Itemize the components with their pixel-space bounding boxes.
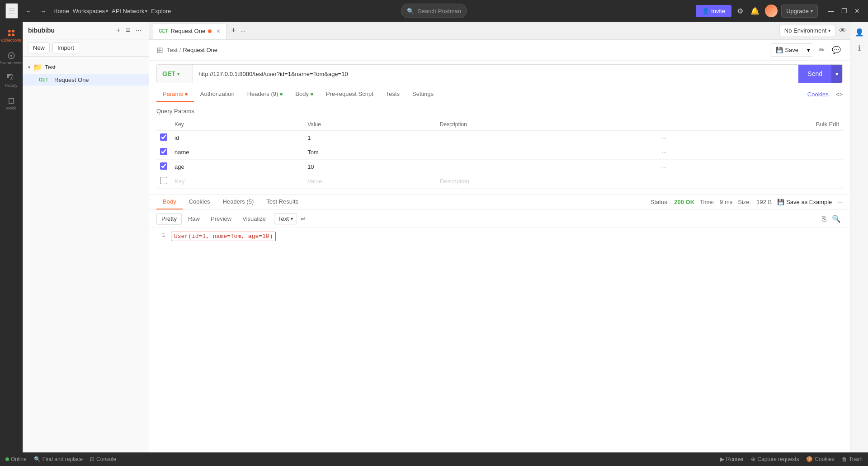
save-example-button[interactable]: 💾 Save as Example [777,199,832,205]
save-button[interactable]: 💾 Save [770,44,804,56]
maximize-button[interactable]: ❐ [839,5,850,16]
cookies-bottom-button[interactable]: 🍪 Cookies [806,456,834,462]
bottom-bar: Online 🔍 Find and replace ⊡ Console ▶ Ru… [0,452,868,466]
response-tab-body[interactable]: Body [156,195,183,209]
tab-params[interactable]: Params [156,87,194,102]
row-key-0[interactable]: id [171,131,304,145]
row-more-0[interactable]: ··· [662,134,667,141]
url-input[interactable] [193,65,798,83]
capture-requests-button[interactable]: ⊕ Capture requests [751,456,799,462]
tab-close-button[interactable]: ✕ [216,28,221,34]
explore-button[interactable]: Explore [151,8,171,14]
tab-authorization[interactable]: Authorization [194,87,241,102]
response-tab-test-results[interactable]: Test Results [260,195,305,209]
empty-value[interactable]: Value [304,174,436,189]
more-options-button[interactable]: ··· [134,25,143,35]
workspaces-menu[interactable]: Workspaces ▾ [73,8,108,14]
sidebar-mock-icon[interactable]: Mock [1,93,21,114]
format-visualize-button[interactable]: Visualize [238,214,270,224]
find-replace-button[interactable]: 🔍 Find and replace [34,456,83,462]
notifications-icon[interactable]: 🔔 [749,5,761,17]
upgrade-button[interactable]: Upgrade ▾ [781,5,818,18]
format-preview-button[interactable]: Preview [206,214,236,224]
settings-icon[interactable]: ⚙ [735,5,745,17]
sidebar-history-icon[interactable]: History [1,71,21,91]
format-raw-button[interactable]: Raw [184,214,204,224]
request-header-bar: ⊞ Test / Request One 💾 Save ▾ ✏ 💬 [149,40,850,61]
response-more-button[interactable]: ··· [837,199,843,206]
row-checkbox-2[interactable] [160,162,167,170]
environment-dropdown[interactable]: No Environment ▾ [779,25,835,36]
right-sidebar-icon-1[interactable]: 👤 [852,25,867,39]
tab-settings[interactable]: Settings [406,87,440,102]
response-line-1: 1 User(id=1, name=Tom, age=10) [156,232,843,241]
copy-response-button[interactable]: ⎘ [820,213,828,225]
code-button[interactable]: <> [836,91,843,98]
row-more-2[interactable]: ··· [662,163,667,170]
row-desc-1[interactable] [436,145,658,160]
add-collection-button[interactable]: + [114,25,122,35]
import-button[interactable]: Import [52,42,79,53]
filter-button[interactable]: ≡ [124,25,132,35]
online-status[interactable]: Online [5,456,27,462]
search-response-button[interactable]: 🔍 [830,213,843,225]
bulk-edit-button[interactable]: Bulk Edit [816,121,839,128]
format-pretty-button[interactable]: Pretty [156,213,182,224]
more-tabs-button[interactable]: ··· [241,27,246,34]
nav-back-button[interactable]: ← [22,6,35,16]
sidebar-collections-icon[interactable]: Collections [1,25,21,46]
col-description-header: Description [436,118,658,131]
api-network-menu[interactable]: API Network ▾ [112,8,147,14]
tab-pre-request[interactable]: Pre-request Script [320,87,380,102]
tab-tests[interactable]: Tests [380,87,406,102]
send-button[interactable]: Send [798,65,831,83]
row-desc-2[interactable] [436,160,658,174]
right-sidebar-icon-2[interactable]: ℹ [855,41,863,55]
row-value-2[interactable]: 10 [304,160,436,174]
close-button[interactable]: ✕ [852,5,863,16]
method-selector[interactable]: GET ▾ [157,65,193,83]
new-button[interactable]: New [28,42,50,53]
format-bar: Pretty Raw Preview Visualize Text ▾ ⇌ ⎘ … [149,210,850,228]
send-dropdown-button[interactable]: ▾ [831,65,842,83]
env-icon-button[interactable]: 👁 [839,27,846,35]
row-key-1[interactable]: name [171,145,304,160]
avatar[interactable] [765,5,778,17]
row-desc-0[interactable] [436,131,658,145]
empty-row-checkbox[interactable] [160,177,167,184]
svg-rect-1 [12,30,14,32]
active-tab[interactable]: GET Request One ✕ [153,23,226,39]
cookies-link[interactable]: Cookies [807,91,829,98]
format-wrap-button[interactable]: ⇌ [299,214,307,224]
sidebar-environments-icon[interactable]: Environments [1,48,21,69]
row-key-2[interactable]: age [171,160,304,174]
row-checkbox-0[interactable] [160,133,167,141]
format-type-selector[interactable]: Text ▾ [274,213,297,224]
empty-key[interactable]: Key [171,174,304,189]
row-value-0[interactable]: 1 [304,131,436,145]
row-more-1[interactable]: ··· [662,149,667,156]
tab-headers[interactable]: Headers (9) [241,87,289,102]
row-value-1[interactable]: Tom [304,145,436,160]
response-tab-headers[interactable]: Headers (5) [217,195,260,209]
empty-desc[interactable]: Description [436,174,658,189]
find-replace-icon: 🔍 [34,456,41,462]
edit-icon[interactable]: ✏ [817,44,826,56]
response-tab-cookies[interactable]: Cookies [183,195,217,209]
search-bar[interactable]: 🔍 Search Postman [401,4,467,18]
console-button[interactable]: ⊡ Console [90,456,116,462]
save-dropdown-button[interactable]: ▾ [804,44,813,56]
minimize-button[interactable]: — [825,5,837,16]
menu-icon[interactable]: ☰ [5,3,18,19]
tab-body[interactable]: Body [289,87,320,102]
new-tab-button[interactable]: + [227,26,240,35]
collection-item-test[interactable]: ▾ 📁 Test [23,60,149,74]
runner-button[interactable]: ▶ Runner [720,456,744,462]
request-item[interactable]: GET Request One [23,74,149,86]
invite-button[interactable]: 👤 Invite [696,5,731,17]
comment-icon[interactable]: 💬 [830,44,843,56]
nav-forward-button[interactable]: → [37,6,50,16]
row-checkbox-1[interactable] [160,148,167,155]
trash-button[interactable]: 🗑 Trash [842,456,863,462]
home-button[interactable]: Home [53,8,69,14]
